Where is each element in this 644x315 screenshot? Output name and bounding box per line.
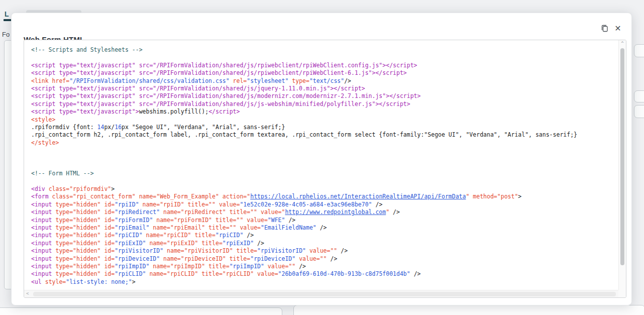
web-form-html-dialog: Web Form HTML ✕ <!-- Scripts and Stylesh…	[11, 13, 632, 305]
scrollbar-corner	[618, 290, 626, 297]
background-bottom-field-fragment	[0, 307, 282, 315]
code-line: <input type="hidden" id="rpiVisitorID" n…	[31, 247, 618, 255]
close-button[interactable]: ✕	[612, 23, 623, 34]
code-line: <script type="text/javascript" src="/RPI…	[31, 92, 618, 100]
code-line: <link href="/RPIFormValidation/shared/cs…	[31, 77, 618, 85]
background-right-control-fragment	[634, 90, 644, 102]
close-icon: ✕	[614, 25, 621, 33]
background-right-control-fragment	[634, 105, 644, 118]
code-content[interactable]: <!-- Scripts and Stylesheets --> <script…	[24, 40, 618, 290]
code-line: <script type="text/javascript" src="/RPI…	[31, 100, 618, 108]
code-line: .rpi_contact_form h2, .rpi_contact_form …	[31, 131, 618, 139]
code-line: .rpiformdiv {font: 14px/16px "Segoe UI",…	[31, 124, 618, 131]
code-line: <!-- Scripts and Stylesheets -->	[31, 46, 618, 54]
code-line	[31, 147, 618, 154]
code-line: <input type="hidden" id="rpiExID" name="…	[31, 240, 618, 247]
vertical-scrollbar-thumb[interactable]	[620, 48, 624, 265]
copy-button[interactable]	[599, 23, 610, 34]
code-line: <input type="hidden" id="rpiCID" name="r…	[31, 232, 618, 239]
code-line: <input type="hidden" id="rpiEmail" name=…	[31, 224, 618, 232]
code-line: <input type="hidden" id="rpiImpID" name=…	[31, 263, 618, 270]
code-line: <input type="hidden" id="rpiDeviceID" na…	[31, 255, 618, 263]
code-line: <script type="text/javascript">webshims.…	[31, 108, 618, 116]
code-line	[31, 162, 618, 170]
code-line: </style>	[31, 139, 618, 147]
background-tab[interactable]: L	[5, 10, 9, 18]
code-line: <script type="text/javascript" src="/RPI…	[31, 85, 618, 92]
code-line: <script type="text/javascript" src="/RPI…	[31, 69, 618, 77]
copy-icon	[601, 24, 609, 34]
code-line: <script type="text/javascript" src="/RPI…	[31, 62, 618, 69]
code-line: <style>	[31, 116, 618, 124]
code-line: <input type="hidden" id="rpiCLID" name="…	[31, 270, 618, 278]
horizontal-scrollbar[interactable]: <	[24, 290, 618, 297]
background-bottom-field-fragment	[293, 305, 644, 315]
code-line: <div class="rpiformdiv">	[31, 185, 618, 193]
scroll-left-icon[interactable]: <	[26, 291, 29, 296]
vertical-scrollbar[interactable]: ^	[618, 40, 626, 290]
background-form-label: Fo	[2, 31, 10, 38]
horizontal-scrollbar-thumb[interactable]	[33, 292, 616, 296]
code-line: <!-- Form HTML -->	[31, 170, 618, 177]
background-right-control-fragment	[634, 44, 644, 57]
code-line: <input type="hidden" id="rpiRedirect" na…	[31, 208, 618, 216]
code-line: <ul style="list-style: none;">	[31, 278, 618, 286]
code-line	[31, 154, 618, 162]
code-line	[31, 178, 618, 185]
code-panel: <!-- Scripts and Stylesheets --> <script…	[24, 40, 626, 298]
code-line	[31, 54, 618, 61]
code-line: <input type="hidden" id="rpiID" name="rp…	[31, 201, 618, 208]
code-line: <input type="hidden" id="rpiFormID" name…	[31, 217, 618, 224]
code-line: <form class="rpi_contact_form" name="Web…	[31, 193, 618, 200]
scroll-up-icon[interactable]: ^	[619, 41, 626, 46]
